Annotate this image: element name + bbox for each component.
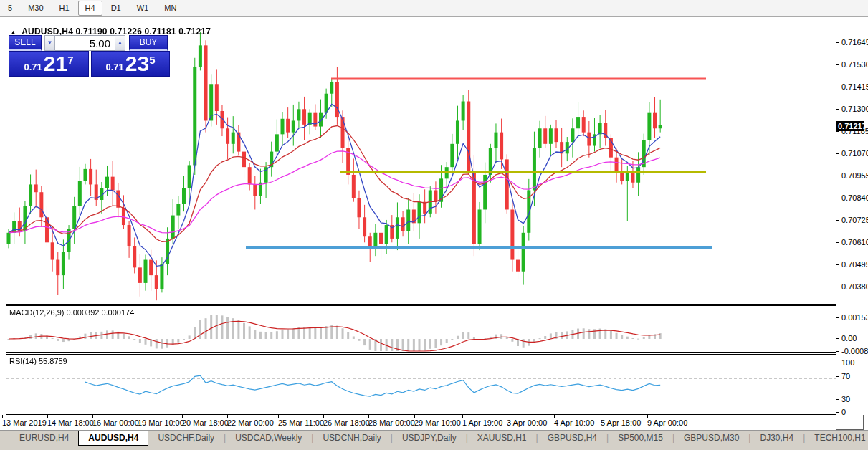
rsi-value: 55.8759 xyxy=(39,357,67,365)
date-label: 14 Mar 18:00 xyxy=(47,418,94,427)
date-label: 28 Mar 00:00 xyxy=(368,418,415,427)
main-chart-panel: ▲ AUDUSD,H4 0.71190 0.71226 0.71181 0.71… xyxy=(6,21,836,305)
date-label: 25 Mar 11:00 xyxy=(278,418,324,427)
price-label: 0.71415 xyxy=(836,82,864,92)
date-label: 4 Apr 10:00 xyxy=(554,418,594,427)
date-label: 1 Apr 19:00 xyxy=(462,418,502,427)
axis-tick xyxy=(836,109,839,110)
volume-stepper: ▼ ▲ xyxy=(44,35,125,51)
date-label: 16 Mar 00:00 xyxy=(92,418,139,427)
volume-input[interactable] xyxy=(55,35,115,51)
price-label: 0.71530 xyxy=(836,60,864,70)
tab-xauusd-h1[interactable]: XAUUSD,H1 xyxy=(468,431,536,445)
date-tick xyxy=(138,415,138,418)
bid-big-digits: 21 xyxy=(44,53,67,75)
price-label: 0.71645 xyxy=(836,38,864,47)
volume-increase-icon[interactable]: ▲ xyxy=(115,35,125,51)
sell-button[interactable]: SELL xyxy=(9,35,42,51)
rsi-scale-label: 100 xyxy=(836,358,864,368)
bid-pip-digit: 7 xyxy=(67,54,73,66)
rsi-title: RSI(14) xyxy=(9,357,37,365)
date-tick xyxy=(414,415,415,418)
axis-tick xyxy=(836,220,839,221)
bid-prefix: 0.71 xyxy=(24,62,42,72)
axis-tick xyxy=(836,363,839,363)
macd-panel: MACD(12,26,9) 0.000392 0.000174 xyxy=(6,305,836,353)
timeframe-button-w1[interactable]: W1 xyxy=(130,1,156,16)
date-label: 19 Mar 10:00 xyxy=(138,418,184,427)
price-label: 0.71070 xyxy=(836,149,864,158)
axis-tick xyxy=(836,317,839,318)
tab-usdchf-daily[interactable]: USDCHF,Daily xyxy=(148,431,224,445)
chart-window: ▲ AUDUSD,H4 0.71190 0.71226 0.71181 0.71… xyxy=(6,21,864,430)
axis-tick xyxy=(836,287,839,287)
timeframe-button-m30[interactable]: M30 xyxy=(21,1,50,16)
date-label: 13 Mar 2019 xyxy=(2,418,47,427)
rsi-header: RSI(14) 55.8759 xyxy=(9,357,67,365)
tab-dj30-h4[interactable]: DJ30,H4 xyxy=(750,431,803,445)
date-tick xyxy=(647,415,648,418)
tab-sp500-m15[interactable]: SP500,M15 xyxy=(609,431,672,445)
tab-gbpusd-m30[interactable]: GBPUSD,M30 xyxy=(674,431,748,445)
date-label: 9 Apr 00:00 xyxy=(647,418,687,427)
date-axis[interactable]: 13 Mar 201914 Mar 18:0016 Mar 00:0019 Ma… xyxy=(6,415,836,430)
price-label: 0.70955 xyxy=(836,171,864,181)
timeframe-button-h4[interactable]: H4 xyxy=(78,1,102,16)
tab-usdcnh-daily[interactable]: USDCNH,Daily xyxy=(313,431,390,445)
date-tick xyxy=(47,415,48,418)
date-label: 29 Mar 10:00 xyxy=(414,418,461,427)
axis-tick xyxy=(836,176,839,176)
rsi-scale-label: 0 xyxy=(836,408,864,417)
buy-button[interactable]: BUY xyxy=(129,35,168,51)
date-tick xyxy=(507,415,507,418)
price-label: 0.70840 xyxy=(836,193,864,203)
axis-tick xyxy=(836,64,839,65)
symbol-tab-bar: EURUSD,H4AUDUSD,H4USDCHF,Daily|USDCAD,We… xyxy=(0,430,868,450)
macd-scale-label: 0.001538 xyxy=(836,313,864,322)
tab-usdcad-weekly[interactable]: USDCAD,Weekly xyxy=(226,431,311,445)
tab-tech100-h1[interactable]: TECH100,H1 xyxy=(805,431,868,445)
ask-prefix: 0.71 xyxy=(105,62,123,72)
timeframe-button-mn[interactable]: MN xyxy=(157,1,183,16)
tab-gbpusd-h4[interactable]: GBPUSD,H4 xyxy=(538,431,606,445)
date-label: 3 Apr 00:00 xyxy=(507,418,547,427)
axis-tick xyxy=(836,376,839,377)
current-price-badge: 0.71217 xyxy=(836,121,864,131)
date-label: 5 Apr 18:00 xyxy=(601,418,641,427)
date-tick xyxy=(554,415,555,418)
timeframe-button-h1[interactable]: H1 xyxy=(52,1,77,16)
tab-eurusd-h4[interactable]: EURUSD,H4 xyxy=(10,431,78,445)
date-tick xyxy=(227,415,228,418)
rsi-scale-label: 30 xyxy=(836,395,864,404)
tab-usdjpy-daily[interactable]: USDJPY,Daily xyxy=(393,431,466,445)
timeframe-button-d1[interactable]: D1 xyxy=(104,1,128,16)
ask-quote-button[interactable]: 0.71 23 5 xyxy=(91,51,170,77)
macd-title: MACD(12,26,9) xyxy=(9,308,64,317)
rsi-chart-canvas[interactable] xyxy=(6,355,836,415)
tab-audusd-h4[interactable]: AUDUSD,H4 xyxy=(78,431,148,446)
bid-quote-button[interactable]: 0.71 21 7 xyxy=(9,51,89,77)
ask-big-digits: 23 xyxy=(125,53,149,75)
price-axis[interactable]: 0.716450.715300.714150.713000.711850.710… xyxy=(836,21,864,415)
date-tick xyxy=(278,415,279,418)
date-tick xyxy=(368,415,369,418)
timeframe-button-5[interactable]: 5 xyxy=(1,1,19,16)
axis-tick xyxy=(836,198,839,198)
date-tick xyxy=(92,415,93,418)
axis-tick xyxy=(836,351,839,352)
trading-platform-screen: 5M30H1H4D1W1MN ▲ AUDUSD,H4 0.71190 0.712… xyxy=(0,0,868,450)
axis-tick xyxy=(836,412,839,413)
date-tick xyxy=(462,415,463,418)
macd-scale-label: -0.000835 xyxy=(836,347,864,356)
price-label: 0.70380 xyxy=(836,282,864,292)
axis-tick xyxy=(836,264,839,265)
date-label: 22 Mar 00:00 xyxy=(227,418,274,427)
timeframe-toolbar: 5M30H1H4D1W1MN xyxy=(0,0,868,17)
date-tick xyxy=(323,415,324,418)
volume-decrease-icon[interactable]: ▼ xyxy=(44,35,55,51)
date-label: 20 Mar 18:00 xyxy=(182,418,229,427)
axis-tick xyxy=(836,42,839,43)
price-label: 0.71300 xyxy=(836,105,864,114)
axis-tick xyxy=(836,153,839,154)
macd-values: 0.000392 0.000174 xyxy=(66,308,134,317)
